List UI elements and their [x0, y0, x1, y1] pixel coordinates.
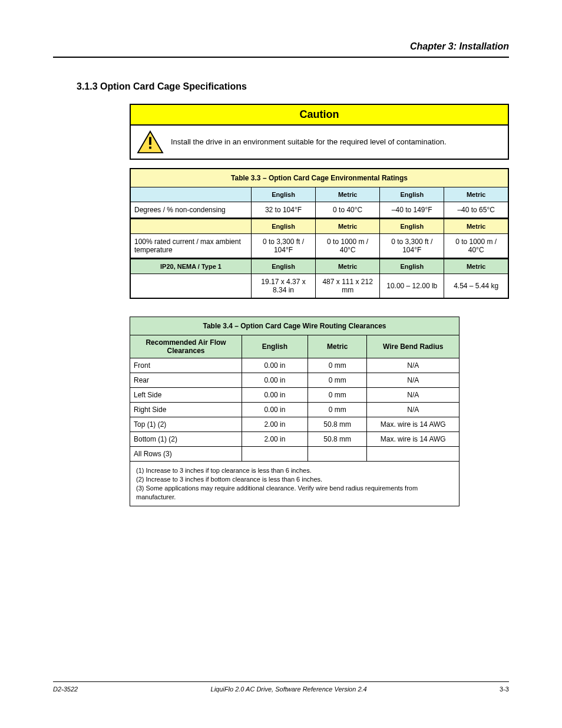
table1-g3-v1: 19.17 x 4.37 x 8.34 in	[251, 274, 315, 299]
table2-h1: English	[242, 335, 308, 358]
table-row: Top (1) (2)2.00 in50.8 mmMax. wire is 14…	[130, 417, 459, 432]
environmental-ratings-table: Table 3.3 – Option Card Cage Environment…	[130, 168, 509, 299]
table1-title: Table 3.3 – Option Card Cage Environment…	[130, 169, 508, 187]
caution-text: Install the drive in an environment suit…	[171, 137, 447, 147]
table1-g3-h0: IP20, NEMA / Type 1	[130, 259, 251, 274]
table-cell: 0.00 in	[242, 373, 308, 388]
table-row: All Rows (3)	[130, 447, 459, 462]
table-cell: 2.00 in	[242, 417, 308, 432]
table1-g2-v1: 0 to 3,300 ft / 104°F	[251, 234, 315, 259]
table-cell	[308, 447, 367, 462]
table1-g1-h0	[130, 187, 251, 202]
table1-g1-label: Degrees / % non-condensing	[130, 202, 251, 219]
table1-g2-v4: 0 to 1000 m / 40°C	[444, 234, 508, 259]
table1-g1-v4: –40 to 65°C	[444, 202, 508, 219]
table-cell: Max. wire is 14 AWG	[367, 432, 459, 447]
table2-h0: Recommended Air Flow Clearances	[130, 335, 242, 358]
table1-g2-h1: English	[251, 219, 315, 234]
warning-icon	[137, 130, 164, 154]
caution-title: Caution	[131, 105, 508, 126]
table1-g3-v3: 10.00 – 12.00 lb	[380, 274, 444, 299]
table-cell: All Rows (3)	[130, 447, 242, 462]
table-cell: 0 mm	[308, 373, 367, 388]
footer-right: 3-3	[500, 686, 509, 693]
table-cell	[242, 447, 308, 462]
table-cell: Right Side	[130, 403, 242, 417]
table1-g1-h1: English	[251, 187, 315, 202]
table-cell: 50.8 mm	[308, 432, 367, 447]
table-cell: 0.00 in	[242, 403, 308, 417]
table-cell: Left Side	[130, 388, 242, 403]
table1-g2-v3: 0 to 3,300 ft / 104°F	[380, 234, 444, 259]
table-cell: 0.00 in	[242, 358, 308, 373]
caution-body: Install the drive in an environment suit…	[131, 126, 508, 159]
table1-g1-h3: English	[380, 187, 444, 202]
table-row: Front0.00 in0 mmN/A	[130, 358, 459, 373]
table1-g1-h4: Metric	[444, 187, 508, 202]
table1-g1-v3: –40 to 149°F	[380, 202, 444, 219]
table-row: Right Side0.00 in0 mmN/A	[130, 403, 459, 417]
table-cell: 0.00 in	[242, 388, 308, 403]
table2-footnote: (1) Increase to 3 inches if top clearanc…	[130, 462, 459, 506]
table-row: Rear0.00 in0 mmN/A	[130, 373, 459, 388]
table-cell: N/A	[367, 358, 459, 373]
table-row: Bottom (1) (2)2.00 in50.8 mmMax. wire is…	[130, 432, 459, 447]
table-cell: N/A	[367, 388, 459, 403]
table1-g3-h3: English	[380, 259, 444, 274]
svg-rect-1	[149, 137, 151, 144]
table-cell: 0 mm	[308, 403, 367, 417]
svg-rect-2	[149, 147, 151, 149]
table-cell: 50.8 mm	[308, 417, 367, 432]
table2-h3: Wire Bend Radius	[367, 335, 459, 358]
table-cell: Front	[130, 358, 242, 373]
table-cell: N/A	[367, 403, 459, 417]
table-cell: Rear	[130, 373, 242, 388]
page-footer: D2-3522 LiquiFlo 2.0 AC Drive, Software …	[53, 681, 509, 693]
table1-g2-h4: Metric	[444, 219, 508, 234]
table1-g2-v2: 0 to 1000 m / 40°C	[316, 234, 380, 259]
table-cell: Max. wire is 14 AWG	[367, 417, 459, 432]
section-heading: 3.1.3 Option Card Cage Specifications	[77, 81, 509, 92]
table1-g1-v2: 0 to 40°C	[316, 202, 380, 219]
table1-g1-v1: 32 to 104°F	[251, 202, 315, 219]
table-cell: 2.00 in	[242, 432, 308, 447]
table1-g3-h1: English	[251, 259, 315, 274]
table1-g1-h2: Metric	[316, 187, 380, 202]
table-cell: N/A	[367, 373, 459, 388]
table1-g2-label: 100% rated current / max ambient tempera…	[130, 234, 251, 259]
table1-g3-v2: 487 x 111 x 212 mm	[316, 274, 380, 299]
table1-g3-h4: Metric	[444, 259, 508, 274]
table-cell: Bottom (1) (2)	[130, 432, 242, 447]
chapter-title: Chapter 3: Installation	[410, 41, 509, 52]
table-row: Left Side0.00 in0 mmN/A	[130, 388, 459, 403]
table2-h2: Metric	[308, 335, 367, 358]
table1-g3-v4: 4.54 – 5.44 kg	[444, 274, 508, 299]
table1-g2-h3: English	[380, 219, 444, 234]
table1-g3-h2: Metric	[316, 259, 380, 274]
table1-g2-h2: Metric	[316, 219, 380, 234]
table2-title: Table 3.4 – Option Card Cage Wire Routin…	[130, 317, 459, 335]
footer-center: LiquiFlo 2.0 AC Drive, Software Referenc…	[211, 686, 367, 693]
caution-box: Caution Install the drive in an environm…	[130, 104, 509, 160]
page-header: Chapter 3: Installation	[53, 41, 509, 58]
table1-g2-h0	[130, 219, 251, 234]
table1-g3-label	[130, 274, 251, 299]
footer-left: D2-3522	[53, 686, 78, 693]
table-cell: 0 mm	[308, 358, 367, 373]
table-cell	[367, 447, 459, 462]
table-cell: 0 mm	[308, 388, 367, 403]
wire-routing-table: Table 3.4 – Option Card Cage Wire Routin…	[130, 317, 459, 506]
table-cell: Top (1) (2)	[130, 417, 242, 432]
